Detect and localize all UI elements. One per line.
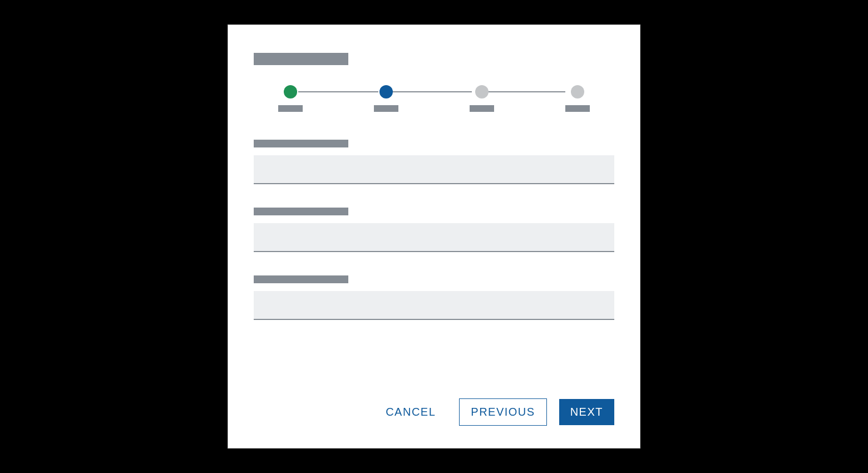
field-input-2[interactable] xyxy=(254,223,614,252)
step-complete-icon xyxy=(284,85,297,98)
field-label xyxy=(254,208,348,215)
step-connector xyxy=(298,91,378,92)
step-connector xyxy=(485,91,565,92)
next-button[interactable]: NEXT xyxy=(559,399,614,425)
step-4[interactable] xyxy=(565,85,590,112)
step-label xyxy=(374,105,398,112)
field-label xyxy=(254,140,348,147)
form-field-3 xyxy=(254,275,614,320)
stepper xyxy=(278,85,590,112)
step-connector xyxy=(392,91,472,92)
dialog-actions: CANCEL PREVIOUS NEXT xyxy=(254,398,614,426)
field-input-3[interactable] xyxy=(254,291,614,320)
wizard-dialog: CANCEL PREVIOUS NEXT xyxy=(228,24,640,449)
dialog-title xyxy=(254,53,348,65)
step-label xyxy=(470,105,494,112)
step-label xyxy=(278,105,303,112)
form-field-2 xyxy=(254,208,614,252)
field-input-1[interactable] xyxy=(254,155,614,184)
step-upcoming-icon xyxy=(475,85,489,98)
step-label xyxy=(565,105,590,112)
field-label xyxy=(254,275,348,283)
previous-button[interactable]: PREVIOUS xyxy=(459,398,546,426)
cancel-button[interactable]: CANCEL xyxy=(374,399,447,425)
step-current-icon xyxy=(379,85,393,98)
step-1[interactable] xyxy=(278,85,303,112)
step-2[interactable] xyxy=(374,85,398,112)
step-upcoming-icon xyxy=(571,85,584,98)
step-3[interactable] xyxy=(470,85,494,112)
form-field-1 xyxy=(254,140,614,184)
